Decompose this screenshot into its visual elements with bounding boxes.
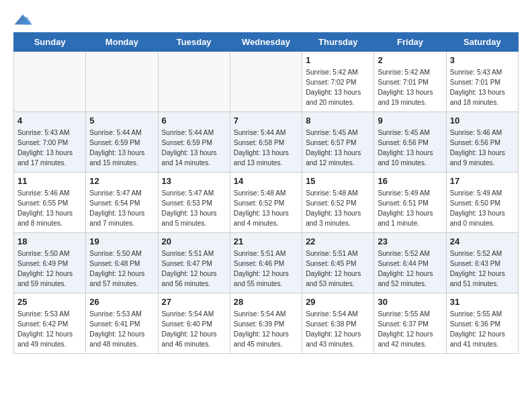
weekday-header-friday: Friday — [374, 33, 446, 52]
day-number: 17 — [450, 175, 515, 187]
logo-icon — [13, 13, 32, 26]
calendar-cell: 3Sunrise: 5:43 AM Sunset: 7:01 PM Daylig… — [446, 52, 518, 112]
calendar-cell: 17Sunrise: 5:49 AM Sunset: 6:50 PM Dayli… — [446, 173, 518, 233]
day-info: Sunrise: 5:42 AM Sunset: 7:02 PM Dayligh… — [306, 68, 370, 107]
day-info: Sunrise: 5:53 AM Sunset: 6:41 PM Dayligh… — [89, 310, 154, 349]
calendar-cell: 21Sunrise: 5:51 AM Sunset: 6:46 PM Dayli… — [230, 233, 302, 293]
calendar-cell: 5Sunrise: 5:44 AM Sunset: 6:59 PM Daylig… — [86, 112, 158, 173]
day-number: 10 — [450, 115, 515, 127]
logo — [13, 13, 35, 26]
calendar-cell: 28Sunrise: 5:54 AM Sunset: 6:39 PM Dayli… — [230, 293, 302, 354]
day-info: Sunrise: 5:54 AM Sunset: 6:39 PM Dayligh… — [234, 310, 298, 349]
calendar-cell: 12Sunrise: 5:47 AM Sunset: 6:54 PM Dayli… — [86, 173, 158, 233]
weekday-header-tuesday: Tuesday — [158, 33, 230, 52]
day-info: Sunrise: 5:43 AM Sunset: 7:00 PM Dayligh… — [17, 128, 82, 168]
day-info: Sunrise: 5:50 AM Sunset: 6:48 PM Dayligh… — [89, 249, 154, 289]
weekday-header-sunday: Sunday — [14, 33, 86, 52]
calendar-cell: 11Sunrise: 5:46 AM Sunset: 6:55 PM Dayli… — [14, 173, 86, 233]
day-info: Sunrise: 5:55 AM Sunset: 6:37 PM Dayligh… — [378, 310, 442, 349]
day-info: Sunrise: 5:55 AM Sunset: 6:36 PM Dayligh… — [450, 310, 515, 349]
day-info: Sunrise: 5:51 AM Sunset: 6:45 PM Dayligh… — [306, 249, 370, 289]
calendar-cell: 1Sunrise: 5:42 AM Sunset: 7:02 PM Daylig… — [302, 52, 374, 112]
calendar-cell: 25Sunrise: 5:53 AM Sunset: 6:42 PM Dayli… — [14, 293, 86, 354]
calendar-cell: 22Sunrise: 5:51 AM Sunset: 6:45 PM Dayli… — [302, 233, 374, 293]
week-row-2: 4Sunrise: 5:43 AM Sunset: 7:00 PM Daylig… — [14, 112, 519, 173]
day-number: 1 — [306, 54, 370, 66]
calendar-cell: 20Sunrise: 5:51 AM Sunset: 6:47 PM Dayli… — [158, 233, 230, 293]
day-info: Sunrise: 5:44 AM Sunset: 6:59 PM Dayligh… — [89, 128, 154, 168]
day-info: Sunrise: 5:48 AM Sunset: 6:52 PM Dayligh… — [306, 189, 370, 228]
day-number: 21 — [234, 236, 298, 248]
calendar-cell: 29Sunrise: 5:54 AM Sunset: 6:38 PM Dayli… — [302, 293, 374, 354]
day-info: Sunrise: 5:48 AM Sunset: 6:52 PM Dayligh… — [234, 189, 298, 228]
day-number: 8 — [306, 115, 370, 127]
calendar-cell: 19Sunrise: 5:50 AM Sunset: 6:48 PM Dayli… — [86, 233, 158, 293]
day-info: Sunrise: 5:44 AM Sunset: 6:59 PM Dayligh… — [162, 128, 226, 168]
calendar-cell: 31Sunrise: 5:55 AM Sunset: 6:36 PM Dayli… — [446, 293, 518, 354]
weekday-header-saturday: Saturday — [446, 33, 518, 52]
calendar-cell: 30Sunrise: 5:55 AM Sunset: 6:37 PM Dayli… — [374, 293, 446, 354]
calendar-cell: 26Sunrise: 5:53 AM Sunset: 6:41 PM Dayli… — [86, 293, 158, 354]
day-number: 2 — [378, 54, 442, 66]
day-number: 7 — [234, 115, 298, 127]
calendar-cell — [158, 52, 230, 112]
weekday-header-thursday: Thursday — [302, 33, 374, 52]
day-info: Sunrise: 5:49 AM Sunset: 6:50 PM Dayligh… — [450, 189, 515, 228]
day-number: 6 — [162, 115, 226, 127]
day-number: 3 — [450, 54, 515, 66]
day-number: 30 — [378, 296, 442, 308]
calendar-cell: 10Sunrise: 5:46 AM Sunset: 6:56 PM Dayli… — [446, 112, 518, 173]
weekday-header-wednesday: Wednesday — [230, 33, 302, 52]
day-info: Sunrise: 5:47 AM Sunset: 6:53 PM Dayligh… — [162, 189, 226, 228]
calendar-cell: 7Sunrise: 5:44 AM Sunset: 6:58 PM Daylig… — [230, 112, 302, 173]
day-info: Sunrise: 5:50 AM Sunset: 6:49 PM Dayligh… — [17, 249, 82, 289]
day-number: 15 — [306, 175, 370, 187]
calendar-cell: 15Sunrise: 5:48 AM Sunset: 6:52 PM Dayli… — [302, 173, 374, 233]
day-number: 23 — [378, 236, 442, 248]
calendar-cell: 14Sunrise: 5:48 AM Sunset: 6:52 PM Dayli… — [230, 173, 302, 233]
day-info: Sunrise: 5:43 AM Sunset: 7:01 PM Dayligh… — [450, 68, 515, 107]
day-number: 26 — [89, 296, 154, 308]
day-number: 31 — [450, 296, 515, 308]
day-info: Sunrise: 5:45 AM Sunset: 6:56 PM Dayligh… — [378, 128, 442, 168]
day-info: Sunrise: 5:46 AM Sunset: 6:55 PM Dayligh… — [17, 189, 82, 228]
day-info: Sunrise: 5:47 AM Sunset: 6:54 PM Dayligh… — [89, 189, 154, 228]
day-number: 11 — [17, 175, 82, 187]
calendar-cell: 4Sunrise: 5:43 AM Sunset: 7:00 PM Daylig… — [14, 112, 86, 173]
day-number: 9 — [378, 115, 442, 127]
day-info: Sunrise: 5:54 AM Sunset: 6:40 PM Dayligh… — [162, 310, 226, 349]
calendar-table: SundayMondayTuesdayWednesdayThursdayFrid… — [13, 32, 519, 354]
day-info: Sunrise: 5:54 AM Sunset: 6:38 PM Dayligh… — [306, 310, 370, 349]
day-number: 18 — [17, 236, 82, 248]
day-number: 5 — [89, 115, 154, 127]
day-info: Sunrise: 5:52 AM Sunset: 6:43 PM Dayligh… — [450, 249, 515, 289]
calendar-cell: 18Sunrise: 5:50 AM Sunset: 6:49 PM Dayli… — [14, 233, 86, 293]
day-number: 12 — [89, 175, 154, 187]
day-number: 14 — [234, 175, 298, 187]
day-info: Sunrise: 5:46 AM Sunset: 6:56 PM Dayligh… — [450, 128, 515, 168]
day-info: Sunrise: 5:44 AM Sunset: 6:58 PM Dayligh… — [234, 128, 298, 168]
calendar-cell: 13Sunrise: 5:47 AM Sunset: 6:53 PM Dayli… — [158, 173, 230, 233]
day-info: Sunrise: 5:45 AM Sunset: 6:57 PM Dayligh… — [306, 128, 370, 168]
day-info: Sunrise: 5:51 AM Sunset: 6:46 PM Dayligh… — [234, 249, 298, 289]
day-number: 27 — [162, 296, 226, 308]
calendar-cell: 23Sunrise: 5:52 AM Sunset: 6:44 PM Dayli… — [374, 233, 446, 293]
day-number: 29 — [306, 296, 370, 308]
calendar-cell: 9Sunrise: 5:45 AM Sunset: 6:56 PM Daylig… — [374, 112, 446, 173]
day-info: Sunrise: 5:49 AM Sunset: 6:51 PM Dayligh… — [378, 189, 442, 228]
weekday-header-monday: Monday — [86, 33, 158, 52]
week-row-3: 11Sunrise: 5:46 AM Sunset: 6:55 PM Dayli… — [14, 173, 519, 233]
calendar-cell: 27Sunrise: 5:54 AM Sunset: 6:40 PM Dayli… — [158, 293, 230, 354]
calendar-cell: 2Sunrise: 5:42 AM Sunset: 7:01 PM Daylig… — [374, 52, 446, 112]
week-row-4: 18Sunrise: 5:50 AM Sunset: 6:49 PM Dayli… — [14, 233, 519, 293]
day-info: Sunrise: 5:53 AM Sunset: 6:42 PM Dayligh… — [17, 310, 82, 349]
day-number: 19 — [89, 236, 154, 248]
day-number: 13 — [162, 175, 226, 187]
calendar-cell — [14, 52, 86, 112]
day-number: 4 — [17, 115, 82, 127]
weekday-header-row: SundayMondayTuesdayWednesdayThursdayFrid… — [14, 33, 519, 52]
day-number: 28 — [234, 296, 298, 308]
day-info: Sunrise: 5:42 AM Sunset: 7:01 PM Dayligh… — [378, 68, 442, 107]
calendar-cell: 16Sunrise: 5:49 AM Sunset: 6:51 PM Dayli… — [374, 173, 446, 233]
calendar-cell: 6Sunrise: 5:44 AM Sunset: 6:59 PM Daylig… — [158, 112, 230, 173]
